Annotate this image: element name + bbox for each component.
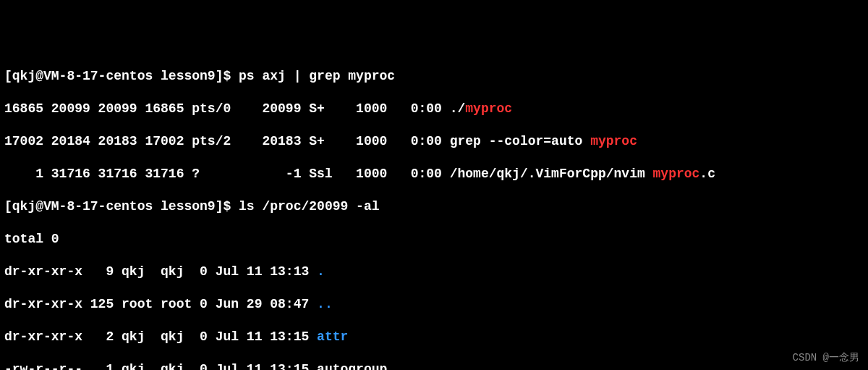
ps-row-1: 17002 20184 20183 17002 pts/2 20183 S+ 1… (4, 133, 864, 150)
prompt-2: [qkj@VM-8-17-centos lesson9]$ (4, 199, 239, 214)
ls-row: dr-xr-xr-x 9 qkj qkj 0 Jul 11 13:13 . (4, 264, 864, 280)
ps-row-0: 16865 20099 20099 16865 pts/0 20099 S+ 1… (4, 101, 864, 117)
ls-row: dr-xr-xr-x 125 root root 0 Jun 29 08:47 … (4, 296, 864, 313)
dir-dot: . (317, 264, 325, 279)
match-myproc: myproc (653, 167, 700, 181)
ls-row: dr-xr-xr-x 2 qkj qkj 0 Jul 11 13:15 attr (4, 329, 864, 345)
dir-dotdot: .. (317, 297, 333, 311)
match-myproc: myproc (590, 134, 637, 148)
ls-total: total 0 (4, 231, 864, 248)
match-myproc: myproc (465, 101, 512, 116)
prompt-1: [qkj@VM-8-17-centos lesson9]$ (4, 69, 239, 83)
prompt-line-1: [qkj@VM-8-17-centos lesson9]$ ps axj | g… (4, 68, 864, 85)
ls-row: -rw-r--r-- 1 qkj qkj 0 Jul 11 13:15 auto… (4, 361, 864, 370)
prompt-line-2: [qkj@VM-8-17-centos lesson9]$ ls /proc/2… (4, 198, 864, 215)
ps-row-2: 1 31716 31716 31716 ? -1 Ssl 1000 0:00 /… (4, 166, 864, 182)
dir-attr: attr (317, 329, 348, 344)
cmd-2: ls /proc/20099 -al (239, 199, 379, 214)
cmd-1: ps axj | grep myproc (239, 69, 395, 83)
file-autogroup: autogroup (317, 362, 387, 370)
watermark: CSDN @一念男 (793, 352, 859, 365)
